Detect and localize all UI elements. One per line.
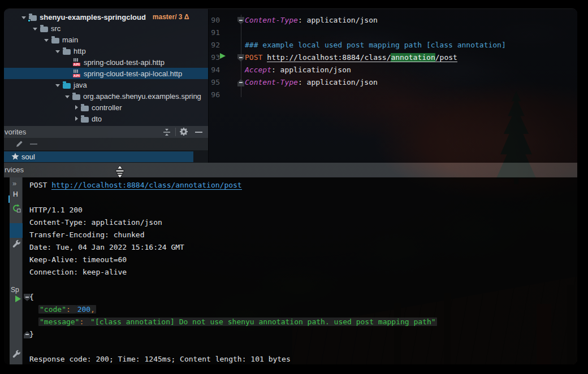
- hide-panel-icon[interactable]: [195, 132, 202, 133]
- response-header: Transfer-Encoding: chunked: [29, 229, 145, 241]
- json-close-brace: }: [29, 328, 34, 341]
- chevron-down-icon[interactable]: [55, 50, 60, 53]
- git-branch-label: master/ 3 Δ: [153, 13, 189, 21]
- services-tab-label[interactable]: H: [13, 190, 18, 198]
- folder-icon: [51, 38, 59, 44]
- tab-indicator: [8, 195, 10, 203]
- collapse-all-icon[interactable]: [162, 128, 171, 139]
- response-header: Date: Tue, 04 Jan 2022 15:16:24 GMT: [29, 241, 184, 254]
- chevron-down-icon[interactable]: [33, 28, 37, 31]
- line-number: 92: [209, 39, 220, 51]
- chevron-down-icon[interactable]: [21, 16, 26, 19]
- editor-line-95: Content-Type: application/json: [245, 76, 378, 89]
- response-header: Content-Type: application/json: [29, 216, 162, 229]
- favorites-panel-header[interactable]: vorites: [4, 126, 208, 138]
- chevron-down-icon[interactable]: [55, 84, 60, 87]
- response-header: Connection: keep-alive: [29, 266, 127, 279]
- editor-line-93: POSThttp://localhost:8884/class/annotati…: [245, 51, 457, 64]
- json-open-brace: {: [29, 291, 34, 303]
- response-status-line: HTTP/1.1 200: [29, 204, 83, 216]
- request-url-link[interactable]: http://localhost:8884/class/annotation/p…: [51, 181, 242, 190]
- folder-icon: [63, 49, 71, 55]
- tree-row-http-file[interactable]: API spring-cloud-test-api.http: [4, 56, 208, 68]
- ide-window: shenyu-examples-springcloud master/ 3 Δ …: [4, 8, 577, 364]
- chevron-down-icon[interactable]: [65, 95, 70, 98]
- http-request-file-icon: API: [73, 69, 81, 77]
- editor[interactable]: 90 91 92 93 94 95 96 Content-Type: appli…: [208, 9, 577, 163]
- remove-icon[interactable]: [30, 143, 37, 145]
- tree-row-http[interactable]: http: [4, 45, 208, 56]
- project-root-folder-icon: [29, 15, 37, 21]
- favorite-item-label: soul: [21, 153, 35, 161]
- editor-line-92: ### example local used post mapping path…: [245, 39, 506, 51]
- favorites-title: vorites: [5, 128, 26, 136]
- line-number: 95: [209, 76, 220, 89]
- chevron-down-icon[interactable]: [44, 39, 49, 42]
- package-icon: [72, 94, 80, 100]
- editor-line-94: Accept: application/json: [245, 64, 351, 76]
- highlighted-annotation-text: annotation: [391, 53, 435, 62]
- line-number: 91: [209, 27, 220, 39]
- services-left-gutter: [4, 177, 10, 364]
- header-separator: [175, 128, 176, 136]
- run-request-button[interactable]: [220, 53, 226, 59]
- favorite-item-soul[interactable]: soul: [4, 151, 193, 162]
- folder-icon: [81, 106, 89, 111]
- editor-line-90: Content-Type: application/json: [245, 14, 378, 27]
- response-summary: Response code: 200; Time: 1245ms; Conten…: [29, 353, 291, 364]
- wrench-icon[interactable]: [12, 240, 21, 251]
- edit-pencil-icon[interactable]: [15, 140, 24, 150]
- selected-service-row[interactable]: [10, 223, 23, 238]
- chevron-right-icon[interactable]: [75, 116, 78, 121]
- wrench-icon[interactable]: [12, 350, 21, 362]
- fold-region-icon[interactable]: [237, 79, 244, 86]
- expand-chevrons-icon[interactable]: »: [12, 179, 16, 188]
- json-message-line: "message": "[class annotation] Do not us…: [29, 316, 437, 328]
- service-node-label[interactable]: Sp: [11, 286, 19, 294]
- http-request-file-icon: API: [73, 58, 81, 66]
- fold-region-icon[interactable]: [237, 54, 244, 62]
- project-tree-panel: shenyu-examples-springcloud master/ 3 Δ …: [4, 9, 208, 126]
- rerun-icon[interactable]: [12, 203, 21, 216]
- json-code-line: "code": 200,: [29, 303, 96, 316]
- line-number: 90: [209, 14, 220, 27]
- tree-row-java[interactable]: java: [4, 79, 208, 90]
- tree-row-src[interactable]: src: [4, 23, 208, 34]
- tree-row-dto[interactable]: dto: [4, 113, 208, 124]
- response-header: Keep-Alive: timeout=60: [29, 254, 127, 266]
- chevron-right-icon[interactable]: [75, 105, 78, 110]
- services-title: rvices: [5, 166, 24, 174]
- project-badge-icon: [28, 19, 31, 22]
- gear-icon[interactable]: [179, 127, 188, 138]
- folder-icon: [81, 117, 89, 123]
- line-number: 96: [209, 89, 220, 101]
- folder-icon: [40, 27, 48, 32]
- fold-region-icon[interactable]: [237, 17, 244, 24]
- services-panel-header[interactable]: rvices: [4, 163, 577, 177]
- star-icon: [11, 153, 19, 163]
- tree-row-controller[interactable]: controller: [4, 102, 208, 113]
- line-number: 94: [209, 64, 220, 76]
- tree-row-main[interactable]: main: [4, 34, 208, 45]
- tree-row-http-file-local-selected[interactable]: API spring-cloud-test-api-local.http: [4, 68, 208, 79]
- running-service-icon: [15, 295, 21, 302]
- services-panel: » H Sp POST http://localhost:8884/class/…: [4, 177, 577, 364]
- tree-row-project-root[interactable]: shenyu-examples-springcloud master/ 3 Δ: [4, 11, 208, 23]
- line-number: 93: [209, 51, 220, 64]
- favorites-list: soul: [4, 150, 208, 163]
- favorites-toolbar: [4, 138, 208, 150]
- tree-row-package[interactable]: org.apache.shenyu.examples.spring: [4, 90, 208, 102]
- sources-root-folder-icon: [63, 83, 71, 89]
- request-line: POST http://localhost:8884/class/annotat…: [29, 179, 242, 192]
